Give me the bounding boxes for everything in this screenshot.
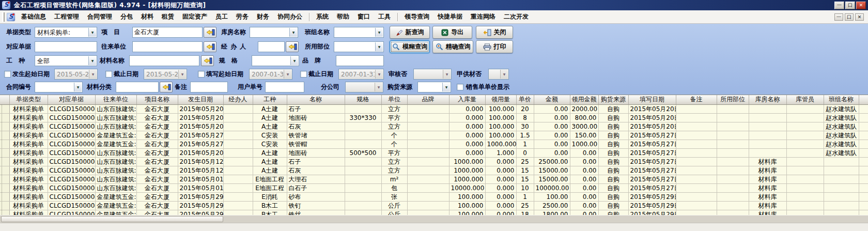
table-row[interactable]: 材料采购单CLCGD150000006金星建筑五金:金石大厦2015年05月29…: [0, 192, 868, 201]
table-cell[interactable]: 立方: [381, 157, 407, 166]
column-header[interactable]: 领用量: [485, 95, 516, 104]
restore-button[interactable]: 口: [845, 2, 855, 9]
table-cell[interactable]: 金石大厦: [136, 183, 178, 192]
table-cell[interactable]: 立方: [381, 166, 407, 175]
table-cell[interactable]: [676, 210, 717, 215]
column-header[interactable]: 经办人: [223, 95, 253, 104]
menu-item[interactable]: 窗口: [353, 10, 374, 23]
table-cell[interactable]: 山东百脉建筑:: [95, 166, 136, 175]
table-cell[interactable]: 材料库: [749, 183, 786, 192]
table-cell[interactable]: [717, 157, 749, 166]
close-button[interactable]: 关闭: [476, 26, 513, 39]
table-cell[interactable]: [676, 175, 717, 183]
table-cell[interactable]: [345, 183, 381, 192]
table-cell[interactable]: 自购: [598, 210, 628, 215]
table-cell[interactable]: [345, 201, 381, 210]
table-cell[interactable]: 15: [516, 166, 534, 175]
menu-item[interactable]: 领导查询: [400, 10, 433, 23]
table-cell[interactable]: 0.000: [449, 140, 485, 148]
table-cell[interactable]: 材料库: [749, 201, 786, 210]
table-cell[interactable]: [824, 183, 859, 192]
table-cell[interactable]: [749, 148, 786, 157]
table-cell[interactable]: 15000.00: [534, 175, 570, 183]
row-selector[interactable]: [0, 157, 9, 166]
row-selector[interactable]: [0, 192, 9, 201]
table-cell[interactable]: 500*500: [345, 148, 381, 157]
table-cell[interactable]: 自购: [598, 175, 628, 183]
table-cell[interactable]: 0: [516, 148, 534, 157]
table-cell[interactable]: 材料采购单: [9, 166, 48, 175]
column-header[interactable]: 单据类型: [9, 95, 48, 104]
table-cell[interactable]: m²: [381, 175, 407, 183]
table-cell[interactable]: [786, 201, 824, 210]
table-cell[interactable]: CLCGD150000001: [48, 148, 95, 157]
column-header[interactable]: 金额: [534, 95, 570, 104]
table-cell[interactable]: 材料采购单: [9, 192, 48, 201]
table-row[interactable]: 材料采购单CLCGD150000001山东百脉建筑:金石大厦2015年05月20…: [0, 104, 868, 113]
table-cell[interactable]: 0.00: [534, 148, 570, 157]
table-cell[interactable]: [749, 113, 786, 122]
column-header[interactable]: 入库量: [449, 95, 485, 104]
branch-select[interactable]: ▼: [345, 82, 383, 93]
table-cell[interactable]: 铁管帽: [287, 140, 345, 148]
table-cell[interactable]: 自购: [598, 183, 628, 192]
remark-input[interactable]: [190, 82, 228, 93]
table-cell[interactable]: [407, 201, 449, 210]
chevron-down-icon[interactable]: ▼: [88, 28, 96, 37]
table-cell[interactable]: 0.00: [570, 210, 598, 215]
table-cell[interactable]: 铁丝: [287, 210, 345, 215]
table-cell[interactable]: 公斤: [381, 210, 407, 215]
table-cell[interactable]: 砂布: [287, 192, 345, 201]
table-cell[interactable]: 自购: [598, 122, 628, 131]
table-cell[interactable]: CLCGD150000002: [48, 140, 95, 148]
column-header[interactable]: 填写日期: [628, 95, 676, 104]
mdi-restore-button[interactable]: 口: [845, 13, 854, 21]
toolbar-grip[interactable]: [2, 12, 5, 22]
table-cell[interactable]: [345, 175, 381, 183]
row-selector[interactable]: [0, 140, 9, 148]
table-cell[interactable]: 0.000: [485, 175, 516, 183]
menu-item[interactable]: 分包: [116, 10, 137, 23]
table-cell[interactable]: 材料库: [749, 175, 786, 183]
table-cell[interactable]: 2015年05月27日: [628, 148, 676, 157]
fill-start-date-select[interactable]: 2007-01-31 ▼: [249, 69, 292, 80]
table-cell[interactable]: 2015年05月27日: [628, 166, 676, 175]
menu-item[interactable]: 财务: [253, 10, 273, 23]
table-cell[interactable]: [786, 148, 824, 157]
table-cell[interactable]: 公斤: [381, 201, 407, 210]
user-bill-no-input[interactable]: [265, 82, 304, 93]
table-cell[interactable]: 100000.00: [534, 183, 570, 192]
table-cell[interactable]: 山东百脉建筑:: [95, 148, 136, 157]
table-cell[interactable]: 1000.000: [449, 166, 485, 175]
table-cell[interactable]: [786, 122, 824, 131]
column-header[interactable]: 工种: [253, 95, 287, 104]
table-cell[interactable]: 金石大厦: [136, 131, 178, 140]
counterparty-input[interactable]: [132, 41, 203, 52]
table-cell[interactable]: 0.00: [570, 192, 598, 201]
table-cell[interactable]: 0.000: [485, 166, 516, 175]
table-row[interactable]: 材料采购单CLCGD150000004山东百脉建筑:金石大厦2015年05月12…: [0, 157, 868, 166]
table-cell[interactable]: 材料库: [749, 210, 786, 215]
table-cell[interactable]: [717, 131, 749, 140]
table-cell[interactable]: 0.00: [570, 166, 598, 175]
table-cell[interactable]: 0.000: [485, 210, 516, 215]
table-cell[interactable]: [676, 192, 717, 201]
table-row[interactable]: 材料采购单CLCGD150000004山东百脉建筑:金石大厦2015年05月12…: [0, 166, 868, 175]
table-cell[interactable]: 2015年05月29日: [178, 192, 223, 201]
table-cell[interactable]: 2015年05月20日: [178, 113, 223, 122]
table-cell[interactable]: 0.000: [449, 113, 485, 122]
chevron-down-icon[interactable]: ▼: [375, 28, 383, 37]
fill-end-date-select[interactable]: 2007-01-31 ▼: [338, 69, 384, 80]
table-row[interactable]: 材料采购单CLCGD150000001山东百脉建筑:金石大厦2015年05月20…: [0, 113, 868, 122]
fuzzy-query-button[interactable]: 模糊查询: [390, 40, 430, 53]
column-header[interactable]: 备注: [676, 95, 717, 104]
table-cell[interactable]: [717, 175, 749, 183]
table-cell[interactable]: 0.000: [485, 157, 516, 166]
table-cell[interactable]: [717, 201, 749, 210]
table-cell[interactable]: [749, 122, 786, 131]
table-cell[interactable]: 2015年05月12日: [178, 157, 223, 166]
table-cell[interactable]: [717, 113, 749, 122]
table-cell[interactable]: 张: [381, 192, 407, 201]
table-cell[interactable]: 2015年05月12日: [178, 166, 223, 175]
table-cell[interactable]: [786, 113, 824, 122]
